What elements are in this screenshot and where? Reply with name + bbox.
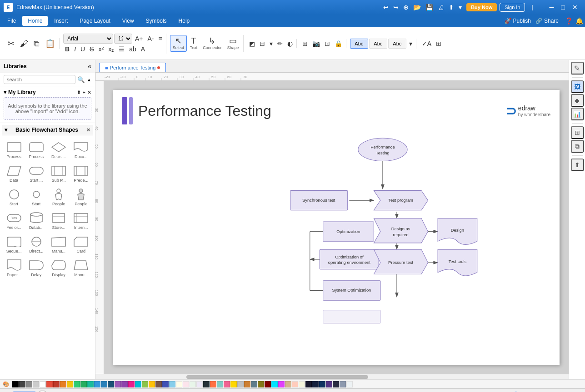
- close-library-button[interactable]: ✕: [87, 89, 91, 95]
- shape-manual2[interactable]: Manu...: [71, 257, 91, 279]
- shape-subprocess[interactable]: Sub P...: [49, 163, 69, 184]
- menu-insert[interactable]: Insert: [49, 16, 73, 26]
- shape-predefined[interactable]: Prede...: [71, 163, 91, 184]
- import-library-button[interactable]: ⬆: [77, 89, 81, 95]
- undo-button[interactable]: ↩: [381, 3, 390, 12]
- color-swatch-darkblue[interactable]: [101, 381, 107, 387]
- open-button[interactable]: 📂: [411, 3, 423, 12]
- node-optimization-env[interactable]: Optimization of operating environment: [320, 249, 379, 269]
- more-style-button[interactable]: ▾: [268, 39, 275, 48]
- shape-card[interactable]: Card: [71, 233, 91, 255]
- font-color-button[interactable]: A: [139, 45, 147, 54]
- font-family-select[interactable]: Arial: [63, 34, 113, 44]
- extra-button[interactable]: ⊞: [434, 39, 443, 48]
- menu-page-layout[interactable]: Page Layout: [74, 16, 115, 26]
- color-swatch-lightyellow[interactable]: [176, 381, 182, 387]
- right-tool-shapes[interactable]: ◆: [571, 94, 584, 107]
- shape-person[interactable]: People: [49, 186, 69, 208]
- shape-decision[interactable]: Decisi...: [49, 139, 69, 161]
- right-tool-grid[interactable]: ⊞: [571, 126, 584, 139]
- color-swatch-d2[interactable]: [312, 381, 319, 387]
- color-swatch-darkgreen[interactable]: [80, 381, 87, 387]
- color-swatch-orange[interactable]: [60, 381, 66, 387]
- font-size-select[interactable]: 12: [114, 34, 132, 44]
- shape-data[interactable]: Data: [4, 163, 24, 184]
- more-presets-button[interactable]: ▾: [407, 39, 414, 48]
- increase-font-button[interactable]: A+: [133, 34, 145, 43]
- spell-check-button[interactable]: ✓A: [420, 39, 433, 48]
- color-swatch-darkred[interactable]: [53, 381, 60, 387]
- color-picker-icon[interactable]: 🎨: [2, 380, 10, 388]
- h-scroll-thumb[interactable]: [186, 375, 368, 379]
- align-button[interactable]: ≡: [157, 34, 164, 43]
- color-swatch-d6[interactable]: [340, 381, 346, 387]
- menu-symbols[interactable]: Symbols: [140, 16, 172, 26]
- text-tool-button[interactable]: T Text: [188, 35, 200, 51]
- zoom-diagram-button[interactable]: ⊡: [323, 39, 332, 48]
- color-swatch-mint[interactable]: [217, 381, 223, 387]
- color-swatch-lime[interactable]: [142, 381, 148, 387]
- buy-now-button[interactable]: Buy Now: [466, 3, 497, 11]
- right-tool-resize[interactable]: ⧉: [571, 140, 584, 153]
- color-swatch-tan[interactable]: [285, 381, 291, 387]
- right-tool-format[interactable]: ✎: [571, 62, 584, 74]
- color-swatch-olive[interactable]: [258, 381, 264, 387]
- menu-file[interactable]: File: [2, 16, 21, 26]
- canvas[interactable]: Performance Testing ⊃ edraw by wondersha…: [104, 81, 569, 374]
- shape-process[interactable]: Process: [4, 139, 24, 161]
- shape-paper[interactable]: Paper...: [4, 257, 24, 279]
- line-style-button[interactable]: ⊟: [258, 39, 267, 48]
- collapse-libraries-button[interactable]: «: [88, 63, 91, 70]
- cut-button[interactable]: ✂: [5, 38, 17, 49]
- h-scrollbar[interactable]: [95, 374, 569, 379]
- color-swatch-darkpurple[interactable]: [121, 381, 128, 387]
- color-swatch-red[interactable]: [46, 381, 53, 387]
- color-swatch-lightpink[interactable]: [183, 381, 189, 387]
- color-swatch-lavender[interactable]: [196, 381, 203, 387]
- color-swatch-lightblue[interactable]: [169, 381, 175, 387]
- menu-home[interactable]: Home: [22, 16, 48, 26]
- color-swatch-silver[interactable]: [237, 381, 244, 387]
- node-test-program[interactable]: Test program: [374, 190, 428, 210]
- color-swatch-black[interactable]: [12, 381, 19, 387]
- shape-display[interactable]: Display: [49, 257, 69, 279]
- style-preset-2[interactable]: Abc: [369, 39, 387, 49]
- color-swatch-d3[interactable]: [319, 381, 325, 387]
- share-button[interactable]: 🔗 Share: [535, 18, 559, 24]
- color-swatch-slate[interactable]: [251, 381, 257, 387]
- fill-button[interactable]: ◩: [247, 39, 257, 48]
- color-swatch-indigo[interactable]: [162, 381, 169, 387]
- node-performance-testing[interactable]: Performance Testing: [358, 138, 407, 161]
- shadow-button[interactable]: ◐: [285, 39, 295, 48]
- publish-button[interactable]: 🚀 Publish: [505, 18, 531, 24]
- color-swatch-beige[interactable]: [299, 381, 305, 387]
- tab-performance-testing[interactable]: ■ Performance Testing: [99, 63, 166, 72]
- new-button[interactable]: ⊕: [401, 3, 410, 12]
- node-pressure-test[interactable]: Pressure test: [374, 249, 428, 274]
- shape-process2[interactable]: Process: [26, 139, 46, 161]
- copy-button[interactable]: ⧉: [31, 38, 42, 49]
- color-swatch-maroon[interactable]: [265, 381, 271, 387]
- color-swatch-white[interactable]: [40, 381, 46, 387]
- node-synchronous-test[interactable]: Synchronous test: [290, 190, 348, 210]
- shape-tool-button[interactable]: ▭ Shape: [225, 35, 241, 51]
- color-swatch-brown[interactable]: [155, 381, 162, 387]
- shape-manual[interactable]: Manu...: [49, 233, 69, 255]
- more-button[interactable]: ▾: [457, 3, 464, 12]
- sign-in-button[interactable]: Sign In: [500, 3, 525, 12]
- color-swatch-d1[interactable]: [305, 381, 312, 387]
- shape-yesno[interactable]: Yes Yes or...: [4, 210, 24, 232]
- select-tool-button[interactable]: ↖ Select: [170, 35, 187, 52]
- color-swatch-lightgray[interactable]: [33, 381, 39, 387]
- connector-tool-button[interactable]: ↳ Connector: [200, 35, 224, 51]
- shape-database[interactable]: Datab...: [26, 210, 46, 232]
- right-tool-image[interactable]: 🖼: [571, 80, 584, 93]
- subscript-button[interactable]: x₂: [106, 45, 116, 54]
- menu-help[interactable]: Help: [173, 16, 195, 26]
- lowercase-button[interactable]: ab: [127, 45, 138, 54]
- right-tool-chart[interactable]: 📊: [571, 108, 584, 120]
- color-swatch-teal[interactable]: [87, 381, 94, 387]
- style-preset-1[interactable]: Abc: [350, 39, 368, 49]
- shape-sequential[interactable]: Seque...: [4, 233, 24, 255]
- bold-button[interactable]: B: [63, 45, 71, 54]
